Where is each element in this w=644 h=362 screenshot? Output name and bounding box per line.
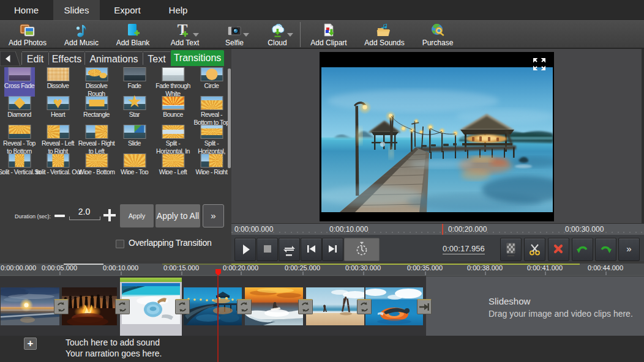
svg-text:T: T [178, 23, 188, 38]
